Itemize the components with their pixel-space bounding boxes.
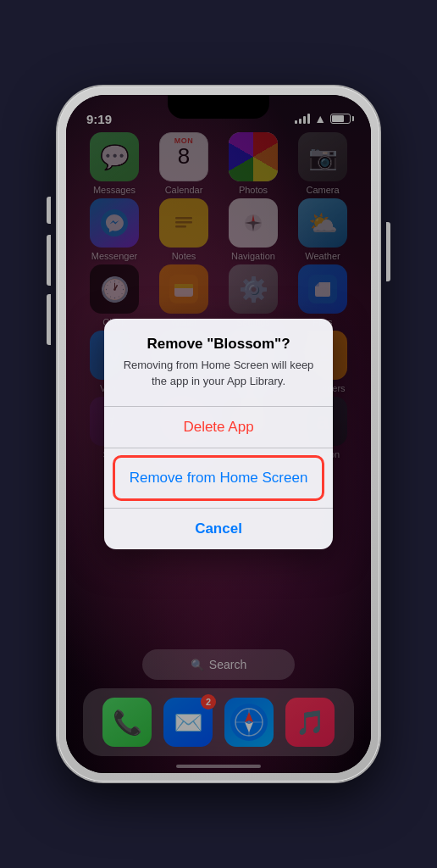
mute-button[interactable] <box>47 197 51 224</box>
power-button[interactable] <box>386 222 390 281</box>
delete-app-button[interactable]: Delete App <box>104 407 333 448</box>
phone-screen: 9:19 ▲ 💬 Messages <box>66 95 371 773</box>
phone-frame: 9:19 ▲ 💬 Messages <box>58 86 379 782</box>
alert-title: Remove "Blossom"? <box>118 336 319 353</box>
remove-from-home-button[interactable]: Remove from Home Screen <box>113 455 324 501</box>
cancel-button[interactable]: Cancel <box>104 509 333 549</box>
volume-down-button[interactable] <box>47 294 51 345</box>
alert-message: Removing from Home Screen will keep the … <box>118 358 319 388</box>
volume-up-button[interactable] <box>47 235 51 286</box>
alert-content: Remove "Blossom"? Removing from Home Scr… <box>104 319 333 395</box>
dialog-overlay: Remove "Blossom"? Removing from Home Scr… <box>66 95 371 773</box>
alert-dialog: Remove "Blossom"? Removing from Home Scr… <box>104 319 333 548</box>
